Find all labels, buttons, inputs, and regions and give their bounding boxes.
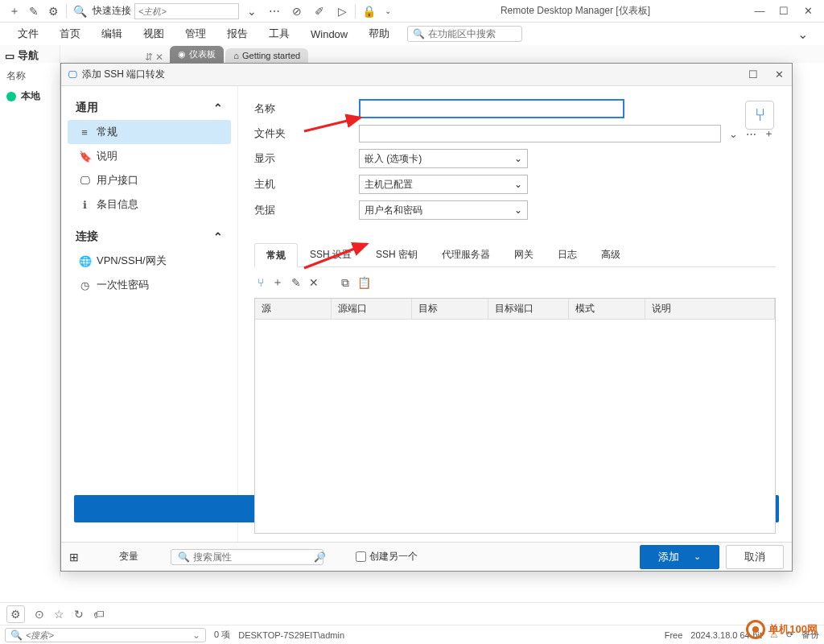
edit-icon[interactable]: ✐ bbox=[311, 3, 328, 19]
global-search-input[interactable] bbox=[26, 630, 192, 640]
forwards-toolbar: ⑂ ＋ ✎ ✕ ⧉ 📋 bbox=[254, 267, 776, 298]
nav-item-label: 本地 bbox=[21, 89, 40, 103]
pencil-icon[interactable]: ✎ bbox=[26, 3, 42, 19]
sidebar-item-otp[interactable]: ◷ 一次性密码 bbox=[68, 273, 231, 297]
nav-item-local[interactable]: 本地 bbox=[0, 86, 60, 106]
col-description[interactable]: 说明 bbox=[645, 299, 775, 319]
inner-tab-ssh-settings[interactable]: SSH 设置 bbox=[298, 242, 364, 266]
plus-icon[interactable]: ＋ bbox=[6, 3, 23, 19]
sidebar-item-ui[interactable]: 🖵 用户接口 bbox=[68, 168, 231, 192]
watermark-text: 单机100网 bbox=[768, 622, 818, 637]
menu-edit[interactable]: 编辑 bbox=[92, 23, 132, 44]
credentials-select[interactable]: 用户名和密码 bbox=[359, 200, 528, 220]
sidebar-item-vpn[interactable]: 🌐 VPN/SSH/网关 bbox=[68, 249, 231, 273]
chevron-down-icon[interactable]: ⌄ bbox=[244, 3, 260, 19]
maximize-button[interactable]: ☐ bbox=[747, 68, 760, 81]
inner-tab-general[interactable]: 常规 bbox=[254, 243, 298, 267]
name-input[interactable] bbox=[359, 99, 624, 118]
close-button[interactable]: ✕ bbox=[772, 68, 785, 81]
inner-tab-logs[interactable]: 日志 bbox=[546, 242, 589, 266]
col-mode[interactable]: 模式 bbox=[569, 299, 645, 319]
pin-icon[interactable]: ⇵ ✕ bbox=[145, 52, 163, 63]
col-target-port[interactable]: 目标端口 bbox=[488, 299, 569, 319]
chevron-down-icon[interactable]: ⌄ bbox=[726, 126, 740, 141]
lock-icon[interactable]: 🔒 bbox=[360, 3, 377, 19]
tab-dashboard[interactable]: ◉ 仪表板 bbox=[170, 46, 224, 63]
status-area: ⚙ ⊙ ☆ ↻ 🏷 🔍 ⌄ 0 项 DESKTOP-7S29EIT\admin … bbox=[0, 602, 824, 644]
inner-tab-gateway[interactable]: 网关 bbox=[502, 242, 546, 266]
disable-icon[interactable]: ⊘ bbox=[289, 3, 305, 19]
close-button[interactable]: ✕ bbox=[801, 5, 814, 18]
ribbon-search-input[interactable] bbox=[428, 28, 517, 39]
ribbon-search[interactable]: 🔍 bbox=[407, 26, 522, 42]
cancel-button[interactable]: 取消 bbox=[726, 545, 784, 569]
more-icon[interactable]: ⋯ bbox=[266, 3, 282, 19]
paste-icon[interactable]: 📋 bbox=[357, 276, 371, 289]
dialog-footer: ⊞ 变量 🔍 🔎 创建另一个 添加 取消 bbox=[61, 542, 792, 571]
copy-icon[interactable]: ⧉ bbox=[341, 276, 349, 290]
col-target[interactable]: 目标 bbox=[412, 299, 488, 319]
connection-icon[interactable]: ⑂ bbox=[258, 276, 264, 289]
folder-input[interactable] bbox=[359, 125, 721, 142]
tag-icon[interactable]: 🏷 bbox=[93, 608, 105, 621]
button-label: 添加 bbox=[658, 550, 679, 564]
minimize-button[interactable]: — bbox=[753, 5, 766, 18]
menu-report[interactable]: 报告 bbox=[217, 23, 258, 44]
select-value: 用户名和密码 bbox=[365, 204, 422, 217]
global-search[interactable]: 🔍 ⌄ bbox=[5, 628, 206, 642]
create-another-checkbox[interactable]: 创建另一个 bbox=[356, 550, 418, 564]
plus-icon[interactable]: ＋ bbox=[272, 275, 283, 290]
sidebar-item-info[interactable]: ℹ 条目信息 bbox=[68, 192, 231, 217]
menu-home[interactable]: 首页 bbox=[50, 23, 90, 44]
col-source-port[interactable]: 源端口 bbox=[332, 299, 412, 319]
host-select[interactable]: 主机已配置 bbox=[359, 175, 528, 194]
collapse-ribbon-icon[interactable]: ⌄ bbox=[797, 27, 808, 42]
search-properties-input[interactable] bbox=[193, 551, 314, 563]
checkbox[interactable] bbox=[356, 551, 366, 562]
name-label: 名称 bbox=[254, 101, 359, 116]
play-icon[interactable]: ▷ bbox=[334, 3, 350, 19]
inner-tab-proxy[interactable]: 代理服务器 bbox=[430, 242, 502, 266]
section-connection[interactable]: 连接 ⌃ bbox=[68, 225, 231, 249]
sidebar-item-label: 一次性密码 bbox=[97, 278, 149, 292]
col-source[interactable]: 源 bbox=[255, 299, 332, 319]
star-icon[interactable]: ☆ bbox=[54, 608, 64, 621]
forwards-grid[interactable]: 源 源端口 目标 目标端口 模式 说明 bbox=[254, 298, 776, 534]
pencil-icon[interactable]: ✎ bbox=[291, 276, 301, 289]
sidebar-item-general[interactable]: ≡ 常规 bbox=[68, 120, 231, 144]
section-general[interactable]: 通用 ⌃ bbox=[68, 96, 231, 120]
gear-icon[interactable]: ⚙ bbox=[6, 605, 25, 623]
inner-tab-ssh-keys[interactable]: SSH 密钥 bbox=[364, 242, 430, 266]
menu-help[interactable]: 帮助 bbox=[359, 23, 399, 44]
display-select[interactable]: 嵌入 (选项卡) bbox=[359, 149, 528, 168]
options-icon[interactable]: ⚙ bbox=[45, 3, 61, 19]
grid-icon[interactable]: ⊞ bbox=[69, 551, 79, 564]
menu-tools[interactable]: 工具 bbox=[259, 23, 299, 44]
sidebar-item-description[interactable]: 🔖 说明 bbox=[68, 144, 231, 168]
dialog-titlebar: 🖵 添加 SSH 端口转发 ☐ ✕ bbox=[61, 64, 792, 86]
menu-manage[interactable]: 管理 bbox=[175, 23, 216, 44]
add-button[interactable]: 添加 bbox=[640, 545, 719, 569]
grid-body bbox=[255, 320, 775, 533]
menu-file[interactable]: 文件 bbox=[8, 23, 48, 44]
history-icon[interactable]: ↻ bbox=[74, 608, 84, 621]
menu-view[interactable]: 视图 bbox=[134, 23, 174, 44]
host-input[interactable] bbox=[134, 3, 239, 19]
connection-type-icon[interactable]: ⑂ bbox=[745, 101, 774, 130]
chevron-up-icon: ⌃ bbox=[213, 230, 223, 243]
inner-tab-advanced[interactable]: 高级 bbox=[589, 242, 632, 266]
search-icon[interactable]: 🔎 bbox=[314, 551, 326, 563]
tab-getting-started[interactable]: ⌂ Getting started bbox=[225, 48, 308, 63]
delete-icon[interactable]: ✕ bbox=[309, 276, 319, 289]
variable-tab[interactable]: 变量 bbox=[95, 550, 163, 564]
chevron-down-icon[interactable]: ⌄ bbox=[380, 3, 396, 19]
maximize-button[interactable]: ☐ bbox=[777, 5, 790, 18]
window-controls: — ☐ ✕ bbox=[753, 5, 814, 18]
search-icon[interactable]: 🔍 bbox=[72, 3, 88, 19]
chevron-down-icon[interactable]: ⌄ bbox=[192, 630, 200, 641]
menu-window[interactable]: Window bbox=[301, 25, 357, 43]
play-icon[interactable]: ⊙ bbox=[35, 608, 44, 621]
folder-label: 文件夹 bbox=[254, 126, 359, 141]
search-properties[interactable]: 🔍 🔎 bbox=[171, 549, 323, 565]
sidebar-item-label: 说明 bbox=[97, 149, 117, 163]
